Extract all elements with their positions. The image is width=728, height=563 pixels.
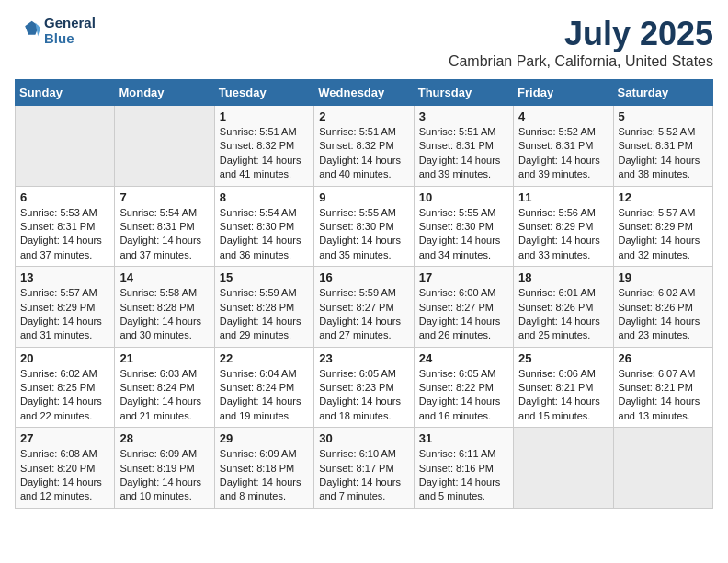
calendar-cell (115, 106, 214, 187)
day-info: Sunrise: 6:00 AM Sunset: 8:27 PM Dayligh… (419, 286, 508, 343)
day-number: 29 (220, 431, 309, 445)
day-number: 26 (619, 351, 708, 365)
calendar-cell: 5Sunrise: 5:52 AM Sunset: 8:31 PM Daylig… (613, 106, 712, 187)
day-info: Sunrise: 5:51 AM Sunset: 8:32 PM Dayligh… (220, 125, 309, 182)
day-info: Sunrise: 6:08 AM Sunset: 8:20 PM Dayligh… (20, 447, 109, 504)
day-info: Sunrise: 6:11 AM Sunset: 8:16 PM Dayligh… (419, 447, 508, 504)
calendar-cell: 16Sunrise: 5:59 AM Sunset: 8:27 PM Dayli… (314, 267, 414, 348)
weekday-row: SundayMondayTuesdayWednesdayThursdayFrid… (16, 80, 713, 106)
weekday-header: Wednesday (314, 80, 414, 106)
day-info: Sunrise: 5:59 AM Sunset: 8:27 PM Dayligh… (319, 286, 408, 343)
calendar-cell (16, 106, 115, 187)
day-number: 17 (419, 270, 508, 284)
weekday-header: Tuesday (214, 80, 313, 106)
calendar-header: SundayMondayTuesdayWednesdayThursdayFrid… (16, 80, 713, 106)
day-info: Sunrise: 6:01 AM Sunset: 8:26 PM Dayligh… (518, 286, 608, 343)
day-info: Sunrise: 5:59 AM Sunset: 8:28 PM Dayligh… (220, 286, 309, 343)
day-number: 23 (319, 351, 408, 365)
day-number: 9 (319, 190, 408, 204)
day-number: 28 (119, 431, 209, 445)
logo-icon (15, 17, 40, 43)
calendar-cell: 12Sunrise: 5:57 AM Sunset: 8:29 PM Dayli… (613, 186, 712, 267)
calendar-cell: 30Sunrise: 6:10 AM Sunset: 8:17 PM Dayli… (314, 428, 414, 509)
day-number: 19 (619, 270, 708, 284)
logo-text: General Blue (44, 15, 96, 46)
day-info: Sunrise: 5:55 AM Sunset: 8:30 PM Dayligh… (419, 206, 508, 263)
day-number: 8 (220, 190, 309, 204)
day-number: 18 (518, 270, 608, 284)
day-info: Sunrise: 5:57 AM Sunset: 8:29 PM Dayligh… (619, 206, 708, 263)
calendar-cell: 25Sunrise: 6:06 AM Sunset: 8:21 PM Dayli… (514, 347, 613, 428)
calendar-cell (514, 428, 613, 509)
weekday-header: Sunday (16, 80, 115, 106)
calendar-cell: 22Sunrise: 6:04 AM Sunset: 8:24 PM Dayli… (214, 347, 313, 428)
calendar-cell: 8Sunrise: 5:54 AM Sunset: 8:30 PM Daylig… (214, 186, 313, 267)
day-number: 5 (619, 109, 708, 123)
day-info: Sunrise: 6:05 AM Sunset: 8:22 PM Dayligh… (419, 367, 508, 424)
day-number: 11 (518, 190, 608, 204)
calendar-cell: 27Sunrise: 6:08 AM Sunset: 8:20 PM Dayli… (16, 428, 115, 509)
header: General Blue July 2025 Cambrian Park, Ca… (15, 15, 713, 70)
day-number: 13 (20, 270, 109, 284)
day-info: Sunrise: 5:54 AM Sunset: 8:30 PM Dayligh… (220, 206, 309, 263)
calendar-cell: 2Sunrise: 5:51 AM Sunset: 8:32 PM Daylig… (314, 106, 414, 187)
calendar-cell: 24Sunrise: 6:05 AM Sunset: 8:22 PM Dayli… (414, 347, 513, 428)
title-area: July 2025 Cambrian Park, California, Uni… (449, 15, 713, 70)
weekday-header: Friday (514, 80, 613, 106)
calendar-cell: 26Sunrise: 6:07 AM Sunset: 8:21 PM Dayli… (613, 347, 712, 428)
calendar-cell: 23Sunrise: 6:05 AM Sunset: 8:23 PM Dayli… (314, 347, 414, 428)
day-info: Sunrise: 5:57 AM Sunset: 8:29 PM Dayligh… (20, 286, 109, 343)
day-number: 3 (419, 109, 508, 123)
calendar-cell: 19Sunrise: 6:02 AM Sunset: 8:26 PM Dayli… (613, 267, 712, 348)
day-info: Sunrise: 6:02 AM Sunset: 8:25 PM Dayligh… (20, 367, 109, 424)
day-number: 24 (419, 351, 508, 365)
day-number: 30 (319, 431, 408, 445)
calendar-cell: 15Sunrise: 5:59 AM Sunset: 8:28 PM Dayli… (214, 267, 313, 348)
weekday-header: Saturday (613, 80, 712, 106)
month-title: July 2025 (449, 15, 713, 53)
day-info: Sunrise: 5:58 AM Sunset: 8:28 PM Dayligh… (119, 286, 209, 343)
calendar-cell: 14Sunrise: 5:58 AM Sunset: 8:28 PM Dayli… (115, 267, 214, 348)
calendar-cell: 3Sunrise: 5:51 AM Sunset: 8:31 PM Daylig… (414, 106, 513, 187)
day-info: Sunrise: 6:09 AM Sunset: 8:18 PM Dayligh… (220, 447, 309, 504)
day-number: 6 (20, 190, 109, 204)
calendar-cell: 17Sunrise: 6:00 AM Sunset: 8:27 PM Dayli… (414, 267, 513, 348)
weekday-header: Thursday (414, 80, 513, 106)
day-info: Sunrise: 6:07 AM Sunset: 8:21 PM Dayligh… (619, 367, 708, 424)
day-info: Sunrise: 5:52 AM Sunset: 8:31 PM Dayligh… (619, 125, 708, 182)
day-info: Sunrise: 5:55 AM Sunset: 8:30 PM Dayligh… (319, 206, 408, 263)
calendar-cell: 1Sunrise: 5:51 AM Sunset: 8:32 PM Daylig… (214, 106, 313, 187)
calendar-cell: 29Sunrise: 6:09 AM Sunset: 8:18 PM Dayli… (214, 428, 313, 509)
day-number: 25 (518, 351, 608, 365)
calendar-cell: 31Sunrise: 6:11 AM Sunset: 8:16 PM Dayli… (414, 428, 513, 509)
calendar-table: SundayMondayTuesdayWednesdayThursdayFrid… (15, 79, 713, 509)
day-number: 7 (119, 190, 209, 204)
calendar-cell: 9Sunrise: 5:55 AM Sunset: 8:30 PM Daylig… (314, 186, 414, 267)
weekday-header: Monday (115, 80, 214, 106)
day-number: 31 (419, 431, 508, 445)
day-info: Sunrise: 6:10 AM Sunset: 8:17 PM Dayligh… (319, 447, 408, 504)
day-number: 27 (20, 431, 109, 445)
calendar-cell: 20Sunrise: 6:02 AM Sunset: 8:25 PM Dayli… (16, 347, 115, 428)
logo: General Blue (15, 15, 96, 46)
day-info: Sunrise: 5:51 AM Sunset: 8:31 PM Dayligh… (419, 125, 508, 182)
calendar-cell: 7Sunrise: 5:54 AM Sunset: 8:31 PM Daylig… (115, 186, 214, 267)
day-number: 16 (319, 270, 408, 284)
calendar-cell: 21Sunrise: 6:03 AM Sunset: 8:24 PM Dayli… (115, 347, 214, 428)
day-number: 12 (619, 190, 708, 204)
calendar-cell: 10Sunrise: 5:55 AM Sunset: 8:30 PM Dayli… (414, 186, 513, 267)
calendar-cell: 4Sunrise: 5:52 AM Sunset: 8:31 PM Daylig… (514, 106, 613, 187)
location-title: Cambrian Park, California, United States (449, 53, 713, 70)
calendar-cell: 18Sunrise: 6:01 AM Sunset: 8:26 PM Dayli… (514, 267, 613, 348)
day-number: 4 (518, 109, 608, 123)
calendar-cell: 6Sunrise: 5:53 AM Sunset: 8:31 PM Daylig… (16, 186, 115, 267)
calendar-cell: 13Sunrise: 5:57 AM Sunset: 8:29 PM Dayli… (16, 267, 115, 348)
day-info: Sunrise: 6:09 AM Sunset: 8:19 PM Dayligh… (119, 447, 209, 504)
day-number: 2 (319, 109, 408, 123)
day-number: 22 (220, 351, 309, 365)
day-info: Sunrise: 6:04 AM Sunset: 8:24 PM Dayligh… (220, 367, 309, 424)
calendar-week-row: 13Sunrise: 5:57 AM Sunset: 8:29 PM Dayli… (16, 267, 713, 348)
day-info: Sunrise: 5:51 AM Sunset: 8:32 PM Dayligh… (319, 125, 408, 182)
day-number: 20 (20, 351, 109, 365)
day-number: 21 (119, 351, 209, 365)
